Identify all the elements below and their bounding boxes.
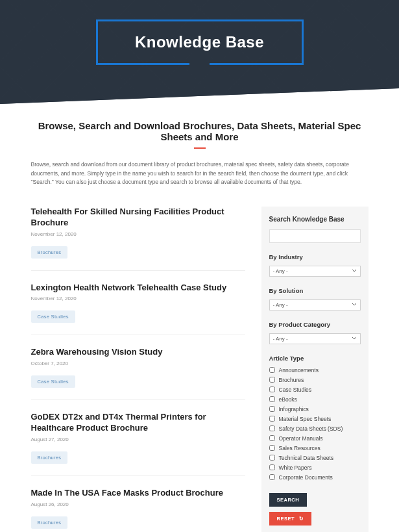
intro-text: Browse, search and download from our doc… <box>31 160 369 187</box>
search-button[interactable]: SEARCH <box>269 493 308 507</box>
type-row: Infographics <box>269 406 361 412</box>
solution-label: By Solution <box>269 287 361 294</box>
article-list: Telehealth For Skilled Nursing Facilitie… <box>31 207 245 532</box>
type-label-text[interactable]: Technical Data Sheets <box>279 455 334 461</box>
type-label-text[interactable]: eBooks <box>279 396 297 403</box>
type-checkbox[interactable] <box>269 406 275 412</box>
article-date: October 7, 2020 <box>31 361 245 366</box>
article-date: August 26, 2020 <box>31 501 245 507</box>
article-title[interactable]: Made In The USA Face Masks Product Broch… <box>31 488 245 499</box>
type-row: Announcements <box>269 367 361 374</box>
type-checkbox[interactable] <box>269 455 275 461</box>
type-label-text[interactable]: Case Studies <box>279 386 312 393</box>
type-row: Case Studies <box>269 386 361 393</box>
type-row: Material Spec Sheets <box>269 416 361 422</box>
search-heading: Search Knowledge Base <box>269 216 361 223</box>
article-date: August 27, 2020 <box>31 437 245 442</box>
article-item: Telehealth For Skilled Nursing Facilitie… <box>31 207 245 271</box>
type-row: White Papers <box>269 464 361 471</box>
article-title[interactable]: Lexington Health Network Telehealth Case… <box>31 283 245 294</box>
type-checkbox[interactable] <box>269 474 275 480</box>
type-checkbox[interactable] <box>269 435 275 441</box>
article-title[interactable]: Telehealth For Skilled Nursing Facilitie… <box>31 207 245 229</box>
solution-select[interactable]: - Any - <box>269 299 361 310</box>
type-row: Sales Resources <box>269 445 361 451</box>
industry-label: By Industry <box>269 253 361 260</box>
type-checkbox[interactable] <box>269 425 275 431</box>
type-row: Corporate Documents <box>269 474 361 481</box>
type-checkbox[interactable] <box>269 377 275 383</box>
article-item: Lexington Health Network Telehealth Case… <box>31 283 245 336</box>
type-label-text[interactable]: Infographics <box>279 406 309 412</box>
type-label: Article Type <box>269 355 361 362</box>
category-label: By Product Category <box>269 321 361 328</box>
type-label-text[interactable]: Sales Resources <box>279 445 320 451</box>
type-checkbox[interactable] <box>269 416 275 422</box>
article-date: November 12, 2020 <box>31 296 245 301</box>
article-item: Zebra Warehousing Vision StudyOctober 7,… <box>31 347 245 400</box>
article-tag[interactable]: Brochures <box>31 451 68 464</box>
type-checkbox[interactable] <box>269 386 275 392</box>
type-checkbox[interactable] <box>269 445 275 451</box>
search-input[interactable] <box>269 229 361 243</box>
article-tag[interactable]: Case Studies <box>31 310 75 323</box>
filter-sidebar: Search Knowledge Base By Industry - Any … <box>261 207 369 532</box>
article-date: November 12, 2020 <box>31 231 245 237</box>
reset-button[interactable]: RESET ↻ <box>269 512 312 526</box>
hero-banner: Knowledge Base <box>0 0 399 104</box>
type-label-text[interactable]: Announcements <box>279 367 319 374</box>
type-label-text[interactable]: Corporate Documents <box>279 474 333 481</box>
type-row: Safety Data Sheets (SDS) <box>269 425 361 432</box>
type-label-text[interactable]: Brochures <box>279 377 304 383</box>
type-label-text[interactable]: Safety Data Sheets (SDS) <box>279 425 343 432</box>
article-tag[interactable]: Brochures <box>31 516 68 529</box>
page-title: Knowledge Base <box>111 33 289 51</box>
reset-label: RESET <box>277 516 295 522</box>
hero-title-box: Knowledge Base <box>96 19 304 65</box>
type-row: Technical Data Sheets <box>269 455 361 461</box>
article-tag[interactable]: Case Studies <box>31 375 75 388</box>
article-item: GoDEX DT2x and DT4x Thermal Printers for… <box>31 412 245 476</box>
article-title[interactable]: GoDEX DT2x and DT4x Thermal Printers for… <box>31 412 245 434</box>
article-tag[interactable]: Brochures <box>31 246 68 259</box>
type-label-text[interactable]: Material Spec Sheets <box>279 416 332 422</box>
type-label-text[interactable]: White Papers <box>279 464 312 471</box>
article-item: Made In The USA Face Masks Product Broch… <box>31 488 245 532</box>
type-checkbox[interactable] <box>269 464 275 470</box>
reset-icon: ↻ <box>299 516 304 522</box>
intro-heading: Browse, Search and Download Brochures, D… <box>31 120 369 142</box>
industry-select[interactable]: - Any - <box>269 266 361 277</box>
type-label-text[interactable]: Operator Manuals <box>279 435 323 442</box>
type-row: Brochures <box>269 377 361 383</box>
type-row: eBooks <box>269 396 361 403</box>
accent-divider <box>194 147 206 149</box>
article-title[interactable]: Zebra Warehousing Vision Study <box>31 347 245 358</box>
type-checkbox[interactable] <box>269 396 275 402</box>
type-row: Operator Manuals <box>269 435 361 442</box>
category-select[interactable]: - Any - <box>269 333 361 344</box>
type-checkbox[interactable] <box>269 367 275 373</box>
